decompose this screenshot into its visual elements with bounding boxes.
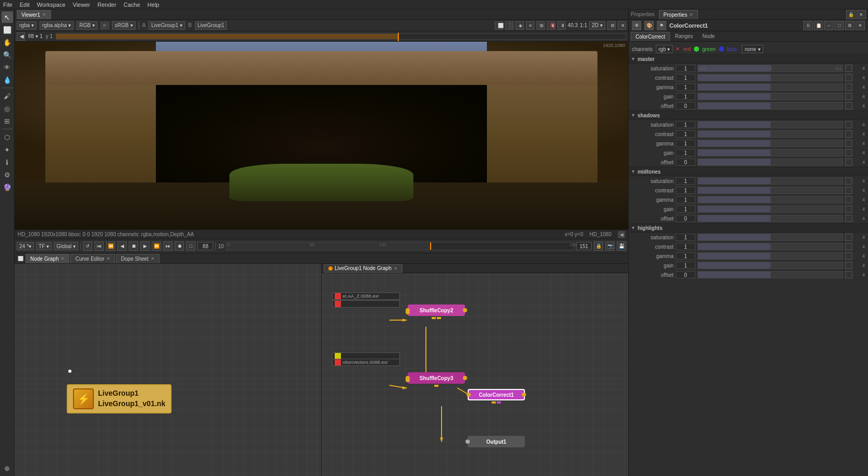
shadows-gamma-value[interactable]: 1 — [676, 140, 695, 147]
main-node-graph[interactable]: ⚡ LiveGroup1 LiveGroup1_v01.nk — [15, 264, 322, 476]
tl-lock-icon[interactable]: 🔒 — [594, 241, 603, 251]
prev-frame-icon[interactable]: ◀ — [17, 32, 25, 41]
shuffle-copy3-body[interactable]: ShuffleCopy3 — [408, 372, 465, 384]
shadows-offset-slider[interactable] — [698, 158, 843, 166]
master-gamma-swatch[interactable] — [845, 83, 852, 91]
input-a-dropdown[interactable]: LiveGroup1▾ — [149, 21, 185, 30]
shadows-gamma-swatch[interactable] — [845, 140, 852, 147]
master-offset-value[interactable]: 0 — [676, 102, 695, 109]
output1-input[interactable] — [466, 440, 470, 444]
viewer-settings-icon[interactable]: ⚙ — [607, 21, 616, 30]
midtones-gamma-swatch[interactable] — [845, 196, 852, 203]
node-expand-icon[interactable]: □ — [835, 21, 844, 30]
highlights-contrast-swatch[interactable] — [845, 243, 852, 250]
master-offset-slider[interactable] — [698, 102, 843, 109]
master-contrast-slider[interactable] — [698, 74, 843, 81]
input-b-dropdown[interactable]: LiveGroup1 — [195, 21, 227, 30]
master-gain-value[interactable]: 1 — [676, 93, 695, 100]
extra-dropdown[interactable]: none▾ — [742, 45, 763, 53]
tl-icon-empty1[interactable]: □ — [186, 241, 195, 251]
output1-body[interactable]: Output1 — [468, 436, 525, 447]
alpha-dropdown[interactable]: rgba.alpha▾ — [40, 21, 74, 30]
midtones-offset-value[interactable]: 0 — [676, 215, 695, 222]
viewer-tab-close[interactable]: ✕ — [42, 12, 46, 17]
shadows-contrast-slider[interactable] — [698, 130, 843, 138]
node-settings-icon[interactable]: ⚙ — [845, 21, 854, 30]
node-color-correct1[interactable]: ColorCorrect1 — [468, 389, 525, 404]
roto-icon[interactable]: ◎ — [2, 103, 13, 114]
color-correct1-output[interactable] — [522, 393, 526, 397]
master-contrast-swatch[interactable] — [845, 74, 852, 81]
channels-value-dropdown[interactable]: rgb▾ — [656, 45, 673, 53]
viewer-timeline-scrubber[interactable] — [56, 33, 626, 40]
midtones-gamma-value[interactable]: 1 — [676, 196, 695, 203]
node-close-icon2[interactable]: ✕ — [855, 21, 865, 30]
node-graph-tab-close[interactable]: ✕ — [60, 256, 65, 261]
tab-ranges[interactable]: Ranges — [671, 32, 697, 41]
tl-icon-play-forward[interactable]: ⏩ — [152, 241, 161, 251]
tl-icon-record[interactable]: ⏺ — [175, 241, 184, 251]
tl-save-icon[interactable]: 💾 — [617, 241, 626, 251]
shuffle-copy3-output[interactable] — [463, 376, 467, 380]
tl-icon-loop[interactable]: ↺ — [83, 241, 92, 251]
grid-icon[interactable]: ⊞ — [2, 115, 13, 127]
shadows-gain-swatch[interactable] — [845, 149, 852, 156]
props-lock-icon[interactable]: 🔒 — [846, 10, 855, 19]
live-group-tab-close[interactable]: ✕ — [394, 266, 398, 271]
panel-toggle[interactable]: ⬜ — [17, 256, 25, 261]
tf-dropdown[interactable]: TF▾ — [36, 242, 52, 250]
props-close-icon[interactable]: ✕ — [857, 10, 866, 19]
midtones-offset-swatch[interactable] — [845, 215, 852, 222]
tab-node-graph[interactable]: Node Graph ✕ — [26, 254, 69, 263]
shadows-contrast-swatch[interactable] — [845, 130, 852, 138]
shadows-offset-swatch[interactable] — [845, 158, 852, 166]
highlights-offset-value[interactable]: 0 — [676, 271, 695, 278]
tl-icon-stop[interactable]: ⏹ — [129, 241, 138, 251]
highlights-gamma-value[interactable]: 1 — [676, 252, 695, 260]
viewer-canvas[interactable]: 1920,1080 — [15, 42, 628, 229]
tl-icon-step-back[interactable]: ⏪ — [106, 241, 115, 251]
zoom-icon[interactable]: 🔍 — [2, 49, 13, 60]
current-frame-input[interactable] — [198, 242, 213, 250]
master-contrast-value[interactable]: 1 — [676, 74, 695, 81]
total-frames-input[interactable] — [576, 242, 592, 250]
node-paste-icon[interactable]: 📋 — [814, 21, 823, 30]
color-correct1-body[interactable]: ColorCorrect1 — [468, 389, 525, 400]
shadows-saturation-swatch[interactable] — [845, 121, 852, 128]
fps-dropdown[interactable]: 24*▾ — [17, 242, 34, 250]
color-picker-icon[interactable]: 💧 — [2, 74, 13, 86]
highlights-contrast-value[interactable]: 1 — [676, 243, 695, 250]
node-shuffle-copy2[interactable]: ShuffleCopy2 — [408, 304, 465, 319]
properties-tab-label[interactable]: Properties ✕ — [659, 10, 699, 19]
master-gamma-value[interactable]: 1 — [676, 83, 695, 91]
menu-item-help[interactable]: Help — [148, 2, 160, 8]
live-group-node-graph[interactable]: LiveGroup1 Node Graph ✕ — [322, 264, 628, 476]
master-gain-swatch[interactable] — [845, 93, 852, 100]
viewer-toolbar-icon4[interactable]: ≡ — [526, 21, 534, 30]
node-minimize-icon[interactable]: − — [824, 21, 834, 30]
curve-editor-tab-close[interactable]: ✕ — [106, 256, 111, 261]
section-highlights[interactable]: ▼ highlights — [629, 223, 868, 233]
highlights-contrast-slider[interactable] — [698, 243, 843, 250]
colorspace-dropdown[interactable]: RGB▾ — [77, 21, 97, 30]
settings-icon[interactable]: ⚙ — [2, 169, 13, 180]
hand-icon[interactable]: ✋ — [2, 36, 13, 48]
arrow-icon[interactable]: ↖ — [2, 11, 13, 23]
shuffle-copy2-body[interactable]: ShuffleCopy2 — [408, 304, 465, 316]
midtones-saturation-swatch[interactable] — [845, 177, 852, 185]
color-correct1-input[interactable] — [467, 393, 471, 397]
wand-icon[interactable]: 🔮 — [2, 181, 13, 193]
live-group-sub-tab[interactable]: LiveGroup1 Node Graph ✕ — [324, 264, 402, 273]
tl-icon-play-end[interactable]: ⏭ — [163, 241, 173, 251]
scope-dropdown[interactable]: Global▾ — [54, 242, 78, 250]
node-info-icon[interactable]: ℹ — [2, 156, 13, 168]
section-midtones[interactable]: ▼ midtones — [629, 167, 868, 176]
viewer-toolbar-icon6[interactable]: 🔇 — [547, 21, 555, 30]
highlights-gamma-slider[interactable] — [698, 252, 843, 260]
node-icon-eye[interactable]: 👁 — [632, 21, 641, 30]
shuffle-copy2-output[interactable] — [463, 308, 467, 312]
tab-dope-sheet[interactable]: Dope Sheet ✕ — [116, 254, 160, 263]
shadows-saturation-value[interactable]: 1 — [676, 121, 695, 128]
node-shuffle-copy3[interactable]: ShuffleCopy3 — [408, 372, 465, 387]
menu-item-file[interactable]: File — [3, 2, 13, 8]
